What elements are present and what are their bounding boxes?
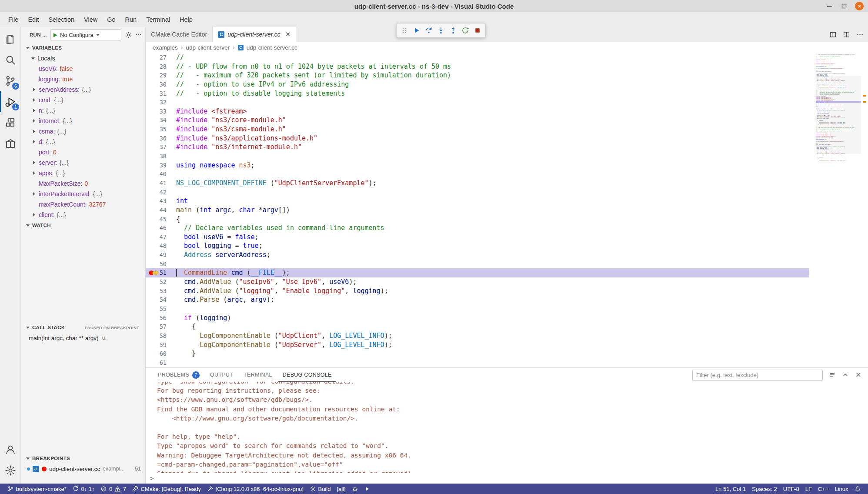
line-number[interactable]: 44: [146, 206, 176, 215]
code-line-39[interactable]: 39using namespace ns3;: [146, 161, 809, 170]
status-cursor-position[interactable]: Ln 51, Col 1: [712, 484, 749, 494]
tab-output[interactable]: OUTPUT: [206, 368, 237, 382]
code-line-32[interactable]: 32: [146, 98, 809, 107]
line-number[interactable]: 30: [146, 80, 176, 89]
step-over-icon[interactable]: [424, 25, 434, 36]
code-line-56[interactable]: 56 if (logging): [146, 314, 809, 323]
line-number[interactable]: 41: [146, 179, 176, 188]
breadcrumb-folder[interactable]: udp-client-server: [186, 44, 230, 51]
line-number[interactable]: 55: [146, 304, 176, 314]
variable-d[interactable]: d:{...}: [21, 137, 145, 147]
stop-icon[interactable]: [472, 25, 483, 36]
variable-useV6[interactable]: useV6:false: [21, 63, 145, 74]
line-number[interactable]: 50: [146, 260, 176, 269]
code-line-52[interactable]: 52 cmd.AddValue ("useIpv6", "Use Ipv6", …: [146, 277, 809, 287]
status-os[interactable]: Linux: [831, 484, 851, 494]
code-line-42[interactable]: 42: [146, 188, 809, 197]
variable-n[interactable]: n:{...}: [21, 105, 145, 116]
code-line-34[interactable]: 34#include "ns3/core-module.h": [146, 116, 809, 125]
activity-settings[interactable]: [0, 460, 21, 481]
call-stack-section-header[interactable]: CALL STACK PAUSED ON BREAKPOINT: [21, 322, 145, 333]
menu-go[interactable]: Go: [102, 14, 120, 25]
minimize-icon[interactable]: [825, 2, 833, 10]
code-line-51[interactable]: 51 CommandLine cmd (__FILE__);: [146, 268, 809, 277]
status-build-target[interactable]: [all]: [334, 484, 348, 494]
menu-selection[interactable]: Selection: [43, 14, 79, 25]
tab-terminal[interactable]: TERMINAL: [239, 368, 277, 382]
variable-csma[interactable]: csma:{...}: [21, 126, 145, 137]
variable-interPacketInterval[interactable]: interPacketInterval:{...}: [21, 189, 145, 199]
variable-client[interactable]: client:{...}: [21, 210, 145, 220]
variable-cmd[interactable]: cmd:{...}: [21, 95, 145, 105]
line-number[interactable]: 40: [146, 170, 176, 179]
line-number[interactable]: 42: [146, 188, 176, 197]
code-line-61[interactable]: 61: [146, 358, 809, 367]
line-number[interactable]: 48: [146, 241, 176, 250]
start-debug-icon[interactable]: ▶: [53, 32, 57, 38]
console-filter-input[interactable]: [692, 370, 823, 381]
line-number[interactable]: 59: [146, 340, 176, 350]
code-line-46[interactable]: 46 // Declare variables used in command-…: [146, 224, 809, 233]
activity-extensions[interactable]: [0, 112, 21, 133]
activity-source-control[interactable]: 6: [0, 70, 21, 91]
code-line-36[interactable]: 36#include "ns3/applications-module.h": [146, 134, 809, 143]
variable-maxPacketCount[interactable]: maxPacketCount:32767: [21, 199, 145, 210]
breadcrumb-file[interactable]: udp-client-server.cc: [247, 44, 297, 51]
gear-icon[interactable]: [125, 31, 132, 39]
line-number[interactable]: 56: [146, 314, 176, 323]
variables-section-header[interactable]: VARIABLES: [21, 43, 145, 53]
more-icon[interactable]: [856, 31, 864, 38]
code-line-31[interactable]: 31// - option to disable logging stateme…: [146, 89, 809, 98]
activity-run-and-debug[interactable]: 1: [0, 91, 21, 112]
code-line-40[interactable]: 40: [146, 170, 809, 179]
activity-search[interactable]: [0, 50, 21, 70]
line-number[interactable]: 57: [146, 322, 176, 331]
status-language-mode[interactable]: C++: [815, 484, 832, 494]
tab-problems[interactable]: PROBLEMS 7: [154, 368, 204, 382]
debug-configuration-dropdown[interactable]: ▶ No Configura: [50, 29, 121, 40]
code-line-41[interactable]: 41NS_LOG_COMPONENT_DEFINE ("UdpClientSer…: [146, 179, 809, 188]
code-line-50[interactable]: 50: [146, 260, 809, 269]
line-number[interactable]: 49: [146, 250, 176, 260]
code-line-49[interactable]: 49 Address serverAddress;: [146, 250, 809, 260]
code-line-54[interactable]: 54 cmd.Parse (argc, argv);: [146, 295, 809, 304]
layout-icon[interactable]: [829, 31, 837, 38]
variable-logging[interactable]: logging:true: [21, 74, 145, 84]
continue-icon[interactable]: [411, 25, 422, 36]
editor-scrollbar[interactable]: [861, 53, 868, 367]
code-line-35[interactable]: 35#include "ns3/csma-module.h": [146, 125, 809, 134]
menu-help[interactable]: Help: [175, 14, 197, 25]
code-line-38[interactable]: 38: [146, 152, 809, 161]
line-number[interactable]: 32: [146, 98, 176, 107]
status-problems[interactable]: 07: [97, 484, 129, 494]
variable-server[interactable]: server:{...}: [21, 157, 145, 168]
status-kit[interactable]: [Clang 12.0.0 x86_64-pc-linux-gnu]: [204, 484, 307, 494]
variable-MaxPacketSize[interactable]: MaxPacketSize:0: [21, 178, 145, 189]
line-number[interactable]: 52: [146, 277, 176, 287]
line-number[interactable]: 43: [146, 197, 176, 206]
breakpoint-entry[interactable]: udp-client-server.cc exampl... 51: [21, 464, 145, 474]
code-line-43[interactable]: 43int: [146, 197, 809, 206]
line-number[interactable]: 27: [146, 53, 176, 62]
status-build[interactable]: Build: [307, 484, 334, 494]
line-number[interactable]: 60: [146, 349, 176, 358]
status-encoding[interactable]: UTF-8: [780, 484, 802, 494]
line-number[interactable]: 51: [146, 268, 176, 277]
line-number[interactable]: 53: [146, 287, 176, 296]
line-number[interactable]: 34: [146, 116, 176, 125]
code-line-27[interactable]: 27//: [146, 53, 809, 62]
line-number[interactable]: 61: [146, 358, 176, 367]
variables-scope-locals[interactable]: Locals: [21, 53, 145, 63]
maximize-panel-icon[interactable]: [842, 371, 849, 378]
breakpoints-section-header[interactable]: BREAKPOINTS: [21, 453, 145, 464]
menu-file[interactable]: File: [3, 14, 23, 25]
activity-explorer[interactable]: [0, 29, 21, 50]
code-line-48[interactable]: 48 bool logging = true;: [146, 241, 809, 250]
more-actions-icon[interactable]: ···: [136, 31, 142, 38]
code-line-57[interactable]: 57 {: [146, 322, 809, 331]
tab-udp-client-server[interactable]: C udp-client-server.cc ✕: [213, 27, 296, 42]
status-sync[interactable]: 0↓ 1↑: [70, 484, 98, 494]
code-line-55[interactable]: 55: [146, 304, 809, 314]
line-number[interactable]: 58: [146, 331, 176, 340]
code-line-30[interactable]: 30// - option to use IPv4 or IPv6 addres…: [146, 80, 809, 89]
